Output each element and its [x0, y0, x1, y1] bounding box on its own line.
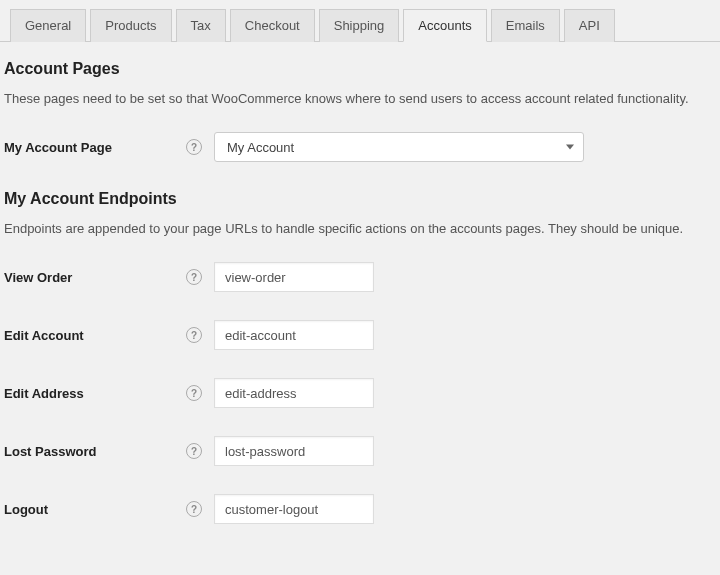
- field-my-account-page: My Account Page ? My Account: [4, 132, 716, 162]
- tab-accounts[interactable]: Accounts: [403, 9, 486, 42]
- help-icon[interactable]: ?: [186, 269, 202, 285]
- my-account-page-select[interactable]: My Account: [214, 132, 584, 162]
- my-account-page-select-value[interactable]: My Account: [214, 132, 584, 162]
- lost-password-label: Lost Password: [4, 444, 96, 459]
- view-order-label: View Order: [4, 270, 72, 285]
- help-icon[interactable]: ?: [186, 501, 202, 517]
- endpoints-description: Endpoints are appended to your page URLs…: [4, 220, 716, 238]
- edit-account-label-wrap: Edit Account ?: [4, 327, 214, 343]
- tab-checkout[interactable]: Checkout: [230, 9, 315, 42]
- tab-emails[interactable]: Emails: [491, 9, 560, 42]
- edit-address-input[interactable]: [214, 378, 374, 408]
- edit-account-input[interactable]: [214, 320, 374, 350]
- help-icon[interactable]: ?: [186, 327, 202, 343]
- tab-api[interactable]: API: [564, 9, 615, 42]
- settings-tabs: General Products Tax Checkout Shipping A…: [0, 0, 720, 42]
- lost-password-label-wrap: Lost Password ?: [4, 443, 214, 459]
- field-logout: Logout ?: [4, 494, 716, 524]
- tab-tax[interactable]: Tax: [176, 9, 226, 42]
- help-icon[interactable]: ?: [186, 139, 202, 155]
- field-lost-password: Lost Password ?: [4, 436, 716, 466]
- logout-label-wrap: Logout ?: [4, 501, 214, 517]
- logout-label: Logout: [4, 502, 48, 517]
- help-icon[interactable]: ?: [186, 385, 202, 401]
- tab-general[interactable]: General: [10, 9, 86, 42]
- field-view-order: View Order ?: [4, 262, 716, 292]
- tab-products[interactable]: Products: [90, 9, 171, 42]
- edit-address-label: Edit Address: [4, 386, 84, 401]
- field-edit-account: Edit Account ?: [4, 320, 716, 350]
- endpoints-title: My Account Endpoints: [4, 190, 716, 208]
- edit-account-label: Edit Account: [4, 328, 84, 343]
- tab-shipping[interactable]: Shipping: [319, 9, 400, 42]
- account-pages-description: These pages need to be set so that WooCo…: [4, 90, 716, 108]
- field-edit-address: Edit Address ?: [4, 378, 716, 408]
- lost-password-input[interactable]: [214, 436, 374, 466]
- view-order-input[interactable]: [214, 262, 374, 292]
- help-icon[interactable]: ?: [186, 443, 202, 459]
- logout-input[interactable]: [214, 494, 374, 524]
- edit-address-label-wrap: Edit Address ?: [4, 385, 214, 401]
- my-account-page-label: My Account Page: [4, 140, 112, 155]
- view-order-label-wrap: View Order ?: [4, 269, 214, 285]
- account-pages-title: Account Pages: [4, 60, 716, 78]
- settings-content: Account Pages These pages need to be set…: [0, 42, 720, 524]
- my-account-page-label-wrap: My Account Page ?: [4, 139, 214, 155]
